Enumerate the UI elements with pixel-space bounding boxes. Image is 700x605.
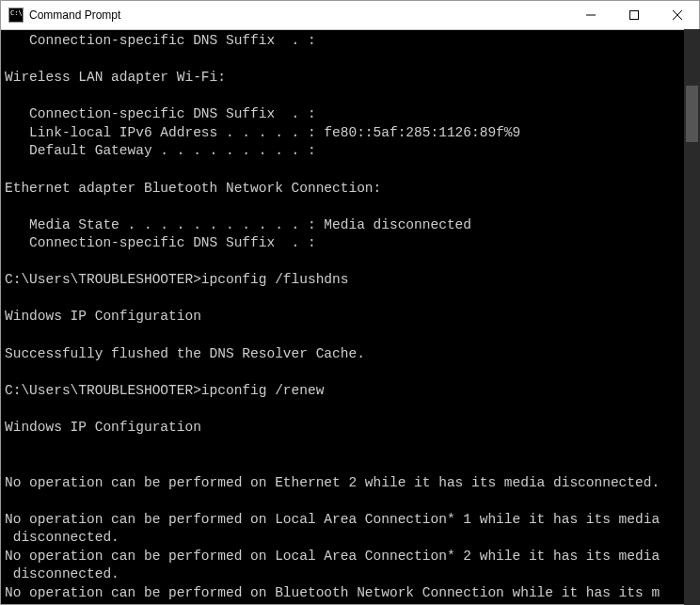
console-line xyxy=(5,253,695,272)
console-output[interactable]: Connection-specific DNS Suffix . : Wirel… xyxy=(1,30,699,604)
console-line: Successfully flushed the DNS Resolver Ca… xyxy=(5,345,695,364)
console-line: C:\Users\TROUBLESHOOTER>ipconfig /flushd… xyxy=(5,271,695,290)
console-line xyxy=(5,51,695,70)
console-line xyxy=(5,455,695,474)
console-line: Wireless LAN adapter Wi-Fi: xyxy=(5,69,695,88)
minimize-button[interactable] xyxy=(569,1,612,29)
console-line xyxy=(5,161,695,180)
minimize-icon xyxy=(586,10,596,20)
console-line: Media State . . . . . . . . . . . : Medi… xyxy=(5,216,695,235)
console-line: disconnected. xyxy=(5,529,695,548)
console-line xyxy=(5,290,695,309)
console-line: Windows IP Configuration xyxy=(5,419,695,438)
vertical-scrollbar[interactable] xyxy=(684,29,700,605)
console-line: C:\Users\TROUBLESHOOTER>ipconfig /renew xyxy=(5,382,695,401)
console-line xyxy=(5,400,695,419)
maximize-icon xyxy=(629,10,639,20)
console-line: Default Gateway . . . . . . . . . : xyxy=(5,142,695,161)
close-icon xyxy=(673,10,682,20)
close-button[interactable] xyxy=(656,1,699,29)
console-line: Connection-specific DNS Suffix . : xyxy=(5,105,695,124)
console-line: disconnected. xyxy=(5,565,695,584)
console-line xyxy=(5,88,695,106)
console-line xyxy=(5,437,695,455)
console-line: Connection-specific DNS Suffix . : xyxy=(5,32,695,51)
console-line: No operation can be performed on Etherne… xyxy=(5,474,695,493)
console-line: Windows IP Configuration xyxy=(5,308,695,326)
svg-rect-1 xyxy=(630,11,639,20)
console-line xyxy=(5,198,695,216)
console-line: No operation can be performed on Local A… xyxy=(5,548,695,566)
window-title: Command Prompt xyxy=(29,8,569,22)
console-line: Link-local IPv6 Address . . . . . : fe80… xyxy=(5,124,695,143)
console-line: No operation can be performed on Local A… xyxy=(5,511,695,530)
console-line: No operation can be performed on Bluetoo… xyxy=(5,584,695,603)
window-controls xyxy=(569,1,699,29)
console-line: Ethernet adapter Bluetooth Network Conne… xyxy=(5,180,695,199)
console-line: Connection-specific DNS Suffix . : xyxy=(5,234,695,253)
cmd-icon xyxy=(8,8,24,23)
console-line xyxy=(5,492,695,511)
maximize-button[interactable] xyxy=(612,1,656,29)
console-line xyxy=(5,326,695,345)
scrollbar-thumb[interactable] xyxy=(686,86,698,142)
titlebar: Command Prompt xyxy=(1,1,699,30)
console-line xyxy=(5,363,695,382)
command-prompt-window: Command Prompt Connection-specific DNS S… xyxy=(0,0,700,605)
